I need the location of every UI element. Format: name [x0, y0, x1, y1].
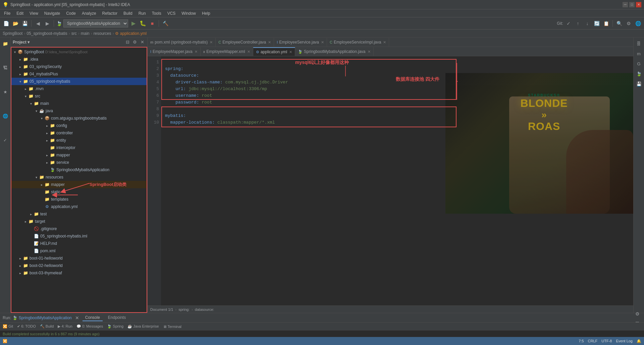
spring-bottom[interactable]: 🍃 Spring: [107, 324, 123, 329]
tree-item-iml[interactable]: 📄 05_springboot-mybatis.iml: [11, 232, 147, 240]
back-button[interactable]: ◀: [34, 19, 42, 27]
tab-pomxml[interactable]: m pom.xml (springboot-mybatis) ✕: [148, 38, 216, 47]
tree-item-pomxml[interactable]: 📄 pom.xml: [11, 247, 147, 255]
tree-item-test[interactable]: 📁 test: [11, 210, 147, 218]
build-bottom[interactable]: 🔨 Build: [40, 324, 54, 329]
search-everywhere-button[interactable]: 🔍: [615, 19, 623, 27]
translate-button[interactable]: 🌐: [634, 19, 642, 27]
save-button[interactable]: 💾: [21, 19, 29, 27]
tab-employeeserviceimpl[interactable]: C EmployeeServiceImpl.java ✕: [327, 38, 389, 47]
web-icon[interactable]: 🌐: [1, 111, 10, 121]
tree-item-application-yml[interactable]: ⚙ application.yml: [11, 203, 147, 210]
tab-employeeserviceimpl-close[interactable]: ✕: [383, 40, 386, 45]
breadcrumb-module[interactable]: 05_springboot-mybatis: [26, 31, 67, 36]
window-controls[interactable]: ─ □ ✕: [623, 2, 641, 7]
breadcrumb-springboot[interactable]: SpringBoot: [3, 31, 22, 36]
close-panel-icon[interactable]: ✕: [139, 39, 145, 45]
tree-item-templates[interactable]: 📁 templates: [11, 196, 147, 203]
todo-bottom[interactable]: ✔ 6: TODO: [17, 324, 36, 329]
tree-item-05springboot[interactable]: 📁 05_springboot-mybatis: [11, 78, 147, 85]
tree-item-com-pkg[interactable]: 📦 com.atguigu.springbootmybatis: [11, 115, 147, 122]
tree-item-service[interactable]: 📁 service: [11, 159, 147, 166]
tree-item-idea[interactable]: 📁 .idea: [11, 56, 147, 63]
settings-panel-icon[interactable]: ⚙: [132, 39, 138, 45]
git-update-button[interactable]: 🔄: [593, 19, 601, 27]
tab-endpoints[interactable]: Endpoints: [105, 315, 128, 321]
tree-item-mvn[interactable]: 📁 .mvn: [11, 85, 147, 92]
tree-item-java[interactable]: ☕ java: [11, 107, 147, 115]
breadcrumb-resources[interactable]: resources: [94, 31, 111, 36]
close-button[interactable]: ✕: [636, 2, 641, 7]
run-app-name[interactable]: 🍃 SpringbootMybatisApplication: [12, 316, 71, 320]
tab-employeemapper-java-close[interactable]: ✕: [195, 50, 198, 54]
tab-employeeservice[interactable]: I EmployeeService.java ✕: [274, 38, 327, 47]
spring-panel-icon[interactable]: 🍃: [634, 69, 644, 78]
build-button[interactable]: 🔨: [161, 19, 169, 27]
run-num-bottom[interactable]: ▶ 4: Run: [58, 324, 72, 329]
minimize-button[interactable]: ─: [623, 2, 628, 7]
event-log[interactable]: Event Log: [616, 339, 633, 343]
tree-item-main[interactable]: 📁 main: [11, 100, 147, 107]
run-close-button[interactable]: ✕: [73, 314, 81, 322]
menu-run[interactable]: Run: [136, 10, 149, 16]
messages-bottom[interactable]: 💬 0: Messages: [76, 324, 103, 329]
tree-item-helpmd[interactable]: 📝 HELP.md: [11, 240, 147, 247]
menu-window[interactable]: Window: [179, 10, 199, 16]
tab-springbootapp-close[interactable]: ✕: [368, 50, 371, 54]
tree-item-target[interactable]: 📁 target: [11, 218, 147, 225]
tab-employeecontroller[interactable]: C EmployeeController.java ✕: [216, 38, 274, 47]
run-settings-button[interactable]: ⚙: [633, 310, 641, 318]
maven-icon[interactable]: m: [634, 49, 644, 58]
git-pull-button[interactable]: ↓: [583, 19, 591, 27]
persistence-icon[interactable]: 💾: [634, 79, 644, 88]
git-bottom[interactable]: 🔀 Git: [3, 324, 13, 329]
favorites-icon[interactable]: ★: [1, 87, 10, 96]
tab-employeemapper-xml[interactable]: x EmployeeMapper.xml ✕: [201, 47, 253, 56]
tree-item-controller[interactable]: 📁 controller: [11, 129, 147, 137]
settings-button[interactable]: ⚙: [625, 19, 633, 27]
breadcrumb-main[interactable]: main: [81, 31, 90, 36]
tree-item-springbootapp[interactable]: 🍃 SpringbootMybatisApplication: [11, 166, 147, 174]
menu-vcs[interactable]: VCS: [165, 10, 178, 16]
menu-view[interactable]: View: [27, 10, 41, 16]
tree-item-resources[interactable]: 📁 resources: [11, 174, 147, 181]
gradle-icon[interactable]: G: [634, 59, 644, 68]
tree-item-mapper[interactable]: 📁 mapper: [11, 151, 147, 159]
tree-item-springboot[interactable]: 📦 SpringBoot D:\idea_home\SpringBoot: [11, 48, 147, 56]
tab-springbootapp[interactable]: 🍃 SpringbootMybatisApplication.java ✕: [295, 47, 373, 56]
menu-edit[interactable]: Edit: [14, 10, 26, 16]
menu-navigate[interactable]: Navigate: [42, 10, 63, 16]
menu-code[interactable]: Code: [63, 10, 78, 16]
database-icon[interactable]: 🗄: [634, 39, 644, 48]
menu-refactor[interactable]: Refactor: [100, 10, 120, 16]
breadcrumb-src[interactable]: src: [71, 31, 77, 36]
tree-item-boot02[interactable]: 📁 boot-02-helloworld: [11, 262, 147, 269]
forward-button[interactable]: ▶: [43, 19, 51, 27]
tab-employeeservice-close[interactable]: ✕: [321, 40, 324, 45]
commit-icon[interactable]: ✓: [1, 135, 10, 145]
menu-tools[interactable]: Tools: [149, 10, 164, 16]
structure-icon[interactable]: 🏗: [1, 63, 10, 72]
debug-button[interactable]: 🐛: [139, 19, 147, 27]
run-config-dropdown[interactable]: SpringbootMybatisApplication: [63, 19, 128, 27]
menu-build[interactable]: Build: [121, 10, 135, 16]
tree-item-static[interactable]: 📁 static: [11, 188, 147, 196]
stop-button[interactable]: ■: [148, 19, 156, 27]
tree-item-interceptor[interactable]: 📁 interceptor: [11, 144, 147, 151]
tree-item-src[interactable]: 📁 src: [11, 92, 147, 100]
tab-application-yml-close[interactable]: ✕: [289, 50, 292, 54]
tab-pomxml-close[interactable]: ✕: [210, 40, 213, 45]
maximize-button[interactable]: □: [629, 2, 635, 7]
tab-employeemapper-java[interactable]: I EmployeeMapper.java ✕: [148, 47, 201, 56]
tree-item-config[interactable]: 📁 config: [11, 122, 147, 129]
project-icon[interactable]: 📁: [1, 39, 10, 48]
git-push-button[interactable]: ↑: [574, 19, 582, 27]
tree-item-gitignore[interactable]: 🚫 .gitignore: [11, 225, 147, 232]
project-tree[interactable]: 📦 SpringBoot D:\idea_home\SpringBoot 📁 .…: [11, 47, 147, 313]
tree-item-03spring[interactable]: 📁 03_springSecurity: [11, 63, 147, 70]
menu-help[interactable]: Help: [199, 10, 213, 16]
terminal-bottom[interactable]: 🖥 Terminal: [163, 325, 181, 329]
breadcrumb-file[interactable]: ⚙ application.yml: [115, 31, 147, 36]
tree-item-mapper-res[interactable]: 📁 mapper: [11, 181, 147, 188]
tab-application-yml[interactable]: ⚙ application.yml ✕: [253, 47, 295, 56]
